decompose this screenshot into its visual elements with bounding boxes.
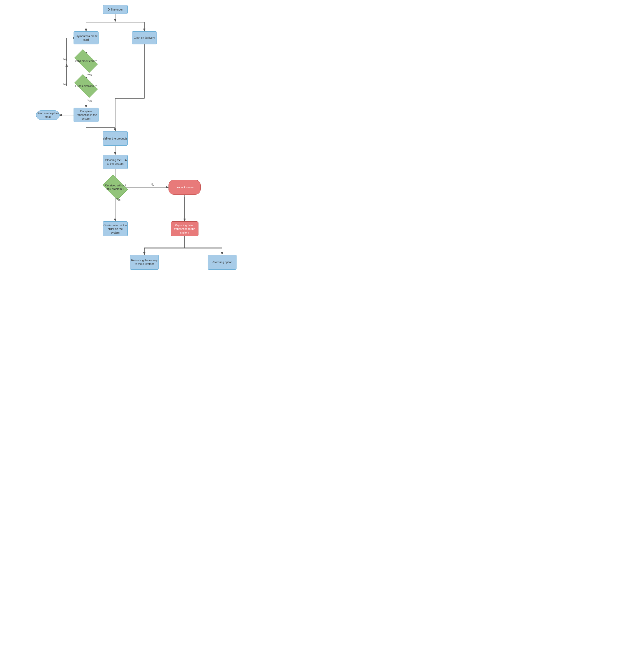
flowchart-diagram: Online order Payment via credit card Cas… xyxy=(0,0,322,324)
deliver-products-node: deliver the products xyxy=(103,131,128,146)
arrows-svg-2 xyxy=(0,0,322,324)
funds-available-diamond: Funds available ? xyxy=(75,74,98,98)
reporting-failed-label: Reporting failed transaction to the syst… xyxy=(171,224,198,234)
send-receipt-node: Send a receipt via email xyxy=(36,110,60,120)
payment-cc-label: Payment via credit card xyxy=(74,35,98,42)
deliver-products-label: deliver the products xyxy=(103,137,127,140)
confirmation-order-node: Confirmation of the order on the system xyxy=(103,221,128,236)
received-diamond: Received without any problem ? xyxy=(102,174,128,200)
send-receipt-label: Send a receipt via email xyxy=(36,111,59,119)
funds-available-label: Funds available ? xyxy=(73,79,99,93)
online-order-label: Online order xyxy=(107,8,123,11)
upload-eta-label: Uploading the ETA to the system xyxy=(103,158,128,166)
valid-cc-label: valid credit card ? xyxy=(73,54,99,68)
reordering-node: Reordring option xyxy=(208,255,237,270)
yes3-label: Yes xyxy=(116,198,120,201)
complete-transaction-node: Complete Transaction in the system xyxy=(73,108,99,122)
online-order-node: Online order xyxy=(103,5,128,14)
reordering-label: Reordring option xyxy=(212,261,232,264)
no1-label: No xyxy=(63,58,67,61)
arrows-svg xyxy=(0,0,322,324)
product-issues-label: product issues xyxy=(176,185,194,189)
cash-delivery-label: Cash on Delivery xyxy=(134,36,155,40)
no3-label: No xyxy=(151,183,154,186)
reporting-failed-node: Reporting failed transaction to the syst… xyxy=(171,221,198,236)
cash-delivery-node: Cash on Delivery xyxy=(132,31,157,44)
no2-label: No xyxy=(63,83,67,86)
confirmation-order-label: Confirmation of the order on the system xyxy=(103,224,128,234)
yes2-label: Yes xyxy=(87,99,92,102)
upload-eta-node: Uploading the ETA to the system xyxy=(103,155,128,169)
received-problem-label: Received without any problem ? xyxy=(102,179,129,196)
refunding-node: Refunding the money to the customer xyxy=(130,255,159,270)
valid-cc-diamond: valid credit card ? xyxy=(75,49,98,73)
complete-transaction-label: Complete Transaction in the system xyxy=(74,110,98,120)
product-issues-node: product issues xyxy=(168,180,201,195)
payment-cc-node: Payment via credit card xyxy=(73,31,99,44)
yes1-label: Yes xyxy=(87,73,92,76)
refunding-label: Refunding the money to the customer xyxy=(130,259,158,266)
